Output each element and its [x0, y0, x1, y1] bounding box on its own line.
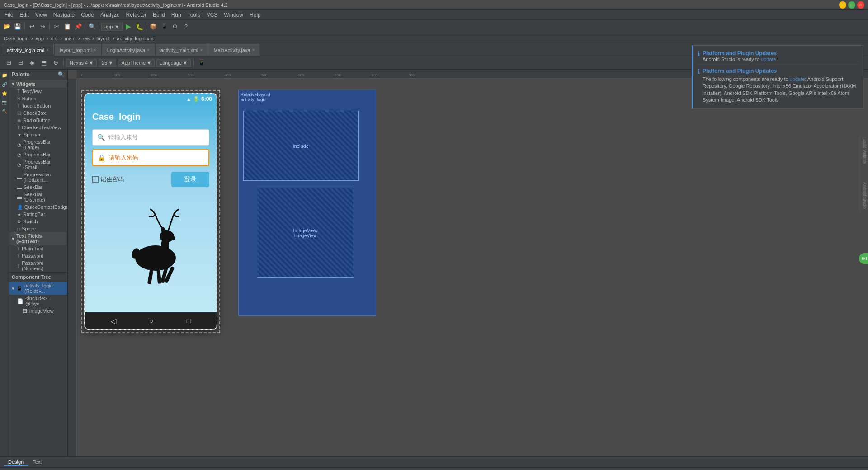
- nav-back-btn[interactable]: ◁: [111, 317, 116, 325]
- tab-design[interactable]: Design: [4, 458, 28, 466]
- build-variants-label[interactable]: Build Variants: [861, 139, 867, 164]
- palette-item-password[interactable]: T Password: [9, 252, 67, 259]
- favorites-icon[interactable]: ⭐: [1, 89, 8, 97]
- palette-section-textfields-header[interactable]: ▾ Text Fields (EditText): [9, 232, 67, 245]
- design-icon-3[interactable]: ◈: [27, 58, 37, 68]
- build-icon[interactable]: 🔨: [1, 108, 8, 115]
- menu-edit[interactable]: Edit: [17, 11, 32, 19]
- menu-analyze[interactable]: Analyze: [98, 11, 123, 19]
- green-dot-button[interactable]: 60: [859, 253, 868, 264]
- menu-tools[interactable]: Tools: [185, 11, 203, 19]
- language-dropdown[interactable]: Language ▼: [156, 59, 191, 67]
- minimize-button[interactable]: —: [839, 1, 846, 9]
- palette-item-quickcontact[interactable]: 👤 QuickContactBadge: [9, 203, 67, 211]
- close-tab-2[interactable]: ×: [94, 47, 96, 52]
- project-icon[interactable]: 📁: [1, 71, 8, 79]
- palette-item-checkbox[interactable]: ☑ CheckBox: [9, 109, 67, 117]
- android-studio-label[interactable]: Android Studio: [861, 182, 867, 209]
- menu-window[interactable]: Window: [221, 11, 246, 19]
- palette-item-radiobutton[interactable]: ◉ RadioButton: [9, 117, 67, 124]
- notification-update-link[interactable]: update: [761, 56, 776, 62]
- palette-section-widgets-header[interactable]: ▾ Widgets: [9, 80, 67, 88]
- nav-main[interactable]: main: [65, 36, 75, 41]
- palette-item-password-numeric[interactable]: T Password (Numeric): [9, 259, 67, 272]
- palette-item-progressbar-small[interactable]: ◔ ProgressBar (Small): [9, 158, 67, 171]
- help-btn[interactable]: ?: [181, 22, 191, 32]
- phone-icon[interactable]: 📱: [197, 58, 207, 68]
- nav-src[interactable]: src: [51, 36, 58, 41]
- palette-item-ratingbar[interactable]: ★ RatingBar: [9, 211, 67, 218]
- palette-item-seekbar[interactable]: ▬ SeekBar: [9, 183, 67, 191]
- palette-item-checkedtextview[interactable]: T CheckedTextView: [9, 124, 67, 131]
- toolbar-open[interactable]: 📂: [2, 22, 12, 32]
- design-icon-1[interactable]: ⊞: [4, 58, 14, 68]
- palette-item-textview[interactable]: T TextView: [9, 88, 67, 95]
- menu-view[interactable]: View: [33, 11, 50, 19]
- close-tab-3[interactable]: ×: [147, 47, 150, 52]
- close-button[interactable]: ✕: [857, 1, 864, 9]
- tab-login-activity[interactable]: LoginActivity.java ×: [102, 44, 155, 56]
- tab-layout-top[interactable]: layout_top.xml ×: [55, 44, 101, 56]
- toolbar-copy[interactable]: 📋: [62, 22, 72, 32]
- menu-vcs[interactable]: VCS: [204, 11, 221, 19]
- tree-item-include[interactable]: 📄 <include> - @layo...: [9, 295, 67, 307]
- app-dropdown[interactable]: app ▼: [101, 23, 123, 31]
- login-button[interactable]: 登录: [171, 172, 209, 187]
- tab-text[interactable]: Text: [28, 458, 46, 466]
- api-dropdown[interactable]: 25 ▼: [99, 59, 116, 67]
- menu-navigate[interactable]: Navigate: [51, 11, 77, 19]
- theme-dropdown[interactable]: AppTheme ▼: [118, 59, 155, 67]
- tab-activity-main[interactable]: activity_main.xml ×: [156, 44, 208, 56]
- menu-build[interactable]: Build: [150, 11, 168, 19]
- palette-item-progressbar-horiz[interactable]: ▬ ProgressBar (Horizont...: [9, 171, 67, 183]
- run-button[interactable]: ▶: [123, 22, 133, 32]
- nav-app[interactable]: app: [36, 36, 44, 41]
- palette-item-spinner[interactable]: ▼ Spinner: [9, 131, 67, 138]
- nav-recent-btn[interactable]: □: [187, 317, 191, 325]
- menu-file[interactable]: File: [2, 11, 16, 19]
- password-field[interactable]: 🔒 请输入密码: [92, 149, 209, 166]
- palette-item-space[interactable]: □ Space: [9, 225, 67, 232]
- design-icon-2[interactable]: ⊟: [15, 58, 25, 68]
- tree-item-activity-login[interactable]: ▾ 📱 activity_login (Relativ...: [9, 282, 67, 295]
- palette-item-plaintext[interactable]: T Plain Text: [9, 245, 67, 252]
- menu-refactor[interactable]: Refactor: [123, 11, 149, 19]
- structure-icon[interactable]: 🔗: [1, 80, 8, 88]
- nav-home-btn[interactable]: ○: [149, 317, 154, 325]
- palette-item-progressbar[interactable]: ◔ ProgressBar: [9, 151, 67, 158]
- design-icon-4[interactable]: ⬒: [39, 58, 49, 68]
- avd-manager[interactable]: 📱: [159, 22, 169, 32]
- maximize-button[interactable]: □: [848, 1, 855, 9]
- tab-main-activity[interactable]: MainActivity.java ×: [208, 44, 259, 56]
- username-field[interactable]: 🔍 请输入账号: [92, 129, 209, 146]
- tree-item-imageview[interactable]: 🖼 imageView: [9, 307, 67, 315]
- remember-checkbox[interactable]: □: [92, 176, 99, 183]
- menu-help[interactable]: Help: [247, 11, 264, 19]
- close-tab-1[interactable]: ×: [46, 47, 49, 52]
- toolbar-redo[interactable]: ↪: [38, 22, 47, 32]
- toolbar-search[interactable]: 🔍: [87, 22, 97, 32]
- design-icon-5[interactable]: ⊕: [51, 58, 61, 68]
- palette-item-togglebutton[interactable]: T ToggleButton: [9, 102, 67, 109]
- menu-code[interactable]: Code: [78, 11, 97, 19]
- palette-item-seekbar-discrete[interactable]: ▬ SeekBar (Discrete): [9, 191, 67, 203]
- nav-file[interactable]: activity_login.xml: [117, 36, 155, 41]
- debug-button[interactable]: 🐛: [134, 22, 144, 32]
- tab-activity-login[interactable]: activity_login.xml ×: [2, 44, 54, 56]
- palette-item-progressbar-large[interactable]: ◔ ProgressBar (Large): [9, 138, 67, 151]
- palette-item-button[interactable]: B Button: [9, 95, 67, 102]
- nav-project[interactable]: Case_login: [4, 36, 28, 41]
- toolbar-paste[interactable]: 📌: [73, 22, 83, 32]
- close-tab-4[interactable]: ×: [200, 47, 203, 52]
- palette-item-switch[interactable]: ⚙ Switch: [9, 218, 67, 225]
- toolbar-cut[interactable]: ✂: [52, 22, 61, 32]
- remember-checkbox-container[interactable]: □ 记住密码: [92, 175, 124, 183]
- close-tab-5[interactable]: ×: [252, 47, 255, 52]
- captures-icon[interactable]: 📷: [1, 99, 8, 106]
- sdk-manager[interactable]: 📦: [148, 22, 158, 32]
- nav-res[interactable]: res: [83, 36, 90, 41]
- nav-layout[interactable]: layout: [97, 36, 110, 41]
- palette-search-icon[interactable]: 🔍: [58, 71, 65, 78]
- device-dropdown[interactable]: Nexus 4 ▼: [66, 59, 97, 67]
- settings-btn[interactable]: ⚙: [170, 22, 180, 32]
